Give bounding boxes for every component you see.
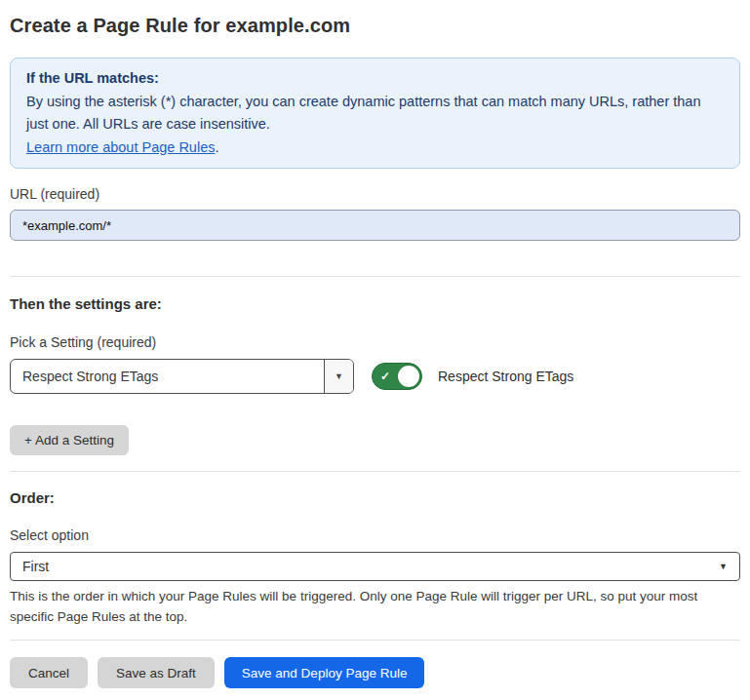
footer-divider	[10, 640, 740, 641]
url-input[interactable]	[10, 210, 740, 241]
footer-actions: Cancel Save as Draft Save and Deploy Pag…	[10, 657, 740, 688]
order-select-label: Select option	[10, 527, 740, 544]
caret-down-icon: ▼	[719, 562, 728, 571]
link-suffix: .	[215, 139, 218, 155]
save-deploy-button[interactable]: Save and Deploy Page Rule	[224, 657, 425, 688]
setting-row: Respect Strong ETags ▼ ✓ Respect Strong …	[10, 359, 740, 394]
setting-select-value: Respect Strong ETags	[11, 360, 324, 393]
cancel-button[interactable]: Cancel	[10, 657, 88, 688]
settings-section-heading: Then the settings are:	[10, 295, 740, 313]
learn-more-link[interactable]: Learn more about Page Rules	[26, 139, 215, 155]
info-box-body: By using the asterisk (*) character, you…	[26, 91, 724, 136]
order-select[interactable]: First ▼	[10, 552, 740, 581]
setting-picker-label: Pick a Setting (required)	[10, 334, 740, 351]
info-box-link-line: Learn more about Page Rules.	[26, 136, 724, 160]
url-match-info-box: If the URL matches: By using the asteris…	[10, 58, 740, 169]
toggle-label: Respect Strong ETags	[438, 369, 573, 384]
section-divider	[10, 471, 740, 472]
page-rule-form: Create a Page Rule for example.com If th…	[0, 0, 750, 688]
order-section-heading: Order:	[10, 489, 740, 507]
setting-toggle[interactable]: ✓	[372, 363, 422, 390]
save-draft-button[interactable]: Save as Draft	[98, 657, 215, 688]
add-setting-button[interactable]: + Add a Setting	[10, 425, 129, 455]
order-help-text: This is the order in which your Page Rul…	[10, 586, 736, 627]
info-box-heading: If the URL matches:	[26, 67, 724, 91]
setting-select[interactable]: Respect Strong ETags ▼	[10, 359, 354, 394]
section-divider	[10, 276, 740, 277]
toggle-knob	[398, 366, 419, 387]
order-select-value: First	[22, 559, 49, 574]
caret-down-icon[interactable]: ▼	[324, 360, 353, 393]
check-icon: ✓	[380, 370, 390, 382]
page-title: Create a Page Rule for example.com	[10, 0, 740, 39]
url-field-label: URL (required)	[10, 186, 740, 203]
